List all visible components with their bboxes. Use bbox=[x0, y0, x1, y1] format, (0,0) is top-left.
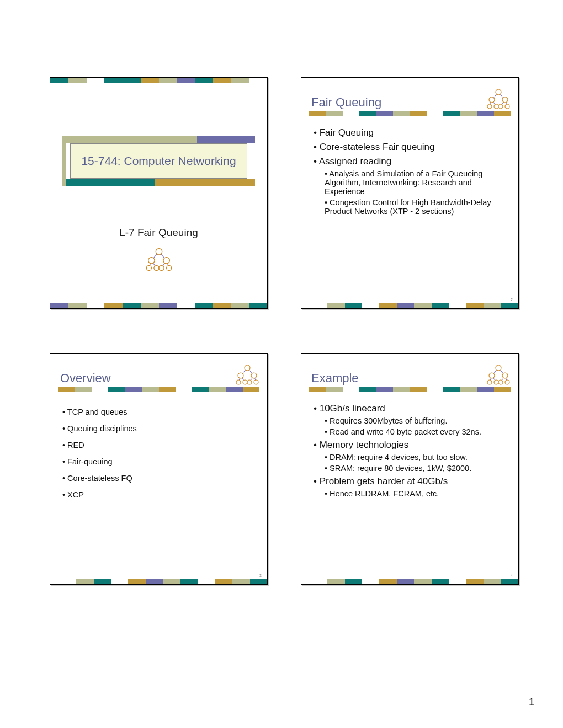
decor-stripe bbox=[309, 387, 511, 392]
sub-bullet: Read and write 40 byte packet every 32ns… bbox=[325, 427, 508, 436]
decor-stripe bbox=[327, 579, 518, 584]
bullet: TCP and queues bbox=[62, 408, 257, 416]
slide-number: 2 bbox=[511, 298, 513, 302]
decor-stripe bbox=[50, 303, 267, 308]
sub-bullet: Requires 300Mbytes of buffering. bbox=[325, 416, 508, 425]
slide-number: 3 bbox=[259, 574, 262, 577]
sub-bullet: Hence RLDRAM, FCRAM, etc. bbox=[325, 489, 508, 498]
slide-title: Fair Queuing bbox=[311, 95, 381, 110]
bullet: Memory technologies bbox=[314, 440, 508, 451]
slide-fair-queuing: Fair Queuing Fair Queuing Core-stateless… bbox=[301, 77, 519, 309]
slide-title: Overview bbox=[60, 371, 111, 386]
slide-title: 15-744: Computer Networking L-7 Fair Que… bbox=[50, 77, 268, 309]
sub-bullet: Congestion Control for High Bandwidth-De… bbox=[325, 198, 508, 216]
bullet: Fair Queuing bbox=[314, 127, 508, 138]
sub-bullet: Analysis and Simulation of a Fair Queuei… bbox=[325, 169, 508, 196]
network-icon bbox=[50, 247, 267, 272]
slide-grid: 15-744: Computer Networking L-7 Fair Que… bbox=[0, 0, 563, 684]
page-number: 1 bbox=[529, 697, 534, 708]
bullet: Problem gets harder at 40Gb/s bbox=[314, 476, 508, 487]
slide-content: 10Gb/s linecard Requires 300Mbytes of bu… bbox=[314, 400, 508, 571]
bullet: RED bbox=[62, 441, 257, 449]
decor-stripe bbox=[50, 78, 267, 83]
bullet: Queuing disciplines bbox=[62, 424, 257, 433]
decor-stripe bbox=[58, 387, 259, 392]
bullet: Assigned reading bbox=[314, 156, 508, 167]
network-icon bbox=[486, 363, 511, 386]
slide-content: Fair Queuing Core-stateless Fair queuing… bbox=[314, 124, 508, 295]
course-title: 15-744: Computer Networking bbox=[70, 143, 247, 179]
network-icon bbox=[235, 363, 259, 386]
bullet: Core-stateless FQ bbox=[62, 474, 257, 483]
bullet: Fair-queuing bbox=[62, 457, 257, 466]
slide-content: TCP and queues Queuing disciplines RED F… bbox=[62, 400, 257, 571]
sub-bullet: SRAM: require 80 devices, 1kW, $2000. bbox=[325, 464, 508, 473]
slide-title: Example bbox=[311, 371, 359, 386]
bullet: 10Gb/s linecard bbox=[314, 403, 508, 414]
subtitle-text: L-7 Fair Queuing bbox=[119, 227, 198, 238]
slide-number: 4 bbox=[511, 574, 513, 577]
decor-stripe bbox=[76, 579, 267, 584]
bullet: XCP bbox=[62, 490, 257, 499]
title-box: 15-744: Computer Networking bbox=[62, 136, 255, 186]
sub-bullet: DRAM: require 4 devices, but too slow. bbox=[325, 453, 508, 462]
slide-example: Example 10Gb/s linecard Requires 300Mbyt… bbox=[301, 353, 519, 585]
bullet: Core-stateless Fair queuing bbox=[314, 142, 508, 153]
decor-stripe bbox=[327, 303, 518, 308]
network-icon bbox=[486, 88, 511, 110]
slide-overview: Overview TCP and queues Queuing discipli… bbox=[50, 353, 268, 585]
lecture-subtitle: L-7 Fair Queuing bbox=[50, 227, 267, 272]
decor-stripe bbox=[309, 111, 511, 116]
